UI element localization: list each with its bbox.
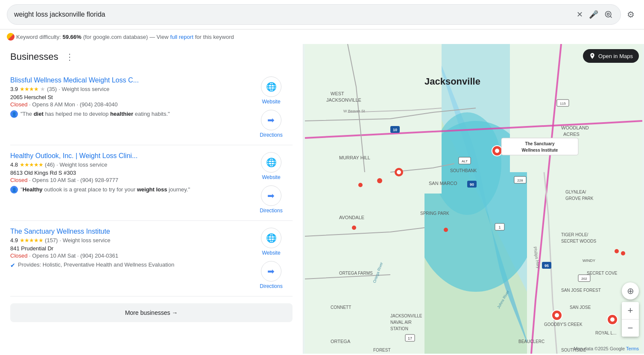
provides-text-3: Provides: Holistic, Preventative Health … bbox=[18, 261, 174, 268]
map-terms-link[interactable]: Terms bbox=[626, 346, 639, 351]
svg-text:228: 228 bbox=[517, 179, 523, 182]
status-closed-3: Closed bbox=[10, 252, 27, 259]
directions-button-1[interactable]: ➡ Directions bbox=[260, 110, 282, 138]
svg-text:WOODLAND: WOODLAND bbox=[561, 125, 589, 130]
directions-icon-1: ➡ bbox=[267, 115, 275, 125]
svg-text:Wellness Institute: Wellness Institute bbox=[522, 148, 558, 153]
website-icon-circle-2: 🌐 bbox=[261, 152, 281, 173]
svg-text:115: 115 bbox=[560, 102, 566, 106]
website-button-1[interactable]: 🌐 Website bbox=[261, 76, 281, 105]
review-count-3: (157) bbox=[45, 237, 58, 244]
directions-label-2: Directions bbox=[260, 208, 282, 214]
svg-text:202: 202 bbox=[581, 277, 587, 281]
svg-text:ORTEGA: ORTEGA bbox=[331, 339, 351, 344]
svg-text:TIGER HOLE/: TIGER HOLE/ bbox=[561, 232, 588, 237]
directions-button-3[interactable]: ➡ Directions bbox=[260, 261, 282, 289]
directions-icon-2: ➡ bbox=[267, 191, 275, 201]
phone-3: (904) 204-0361 bbox=[80, 252, 118, 259]
voice-search-button[interactable]: 🎤 bbox=[588, 9, 599, 20]
map-container[interactable]: WEST JACKSONVILLE W Beaver St Jacksonvil… bbox=[303, 44, 644, 354]
phone-2: (904) 928-9777 bbox=[80, 177, 118, 183]
directions-icon-circle-1: ➡ bbox=[261, 110, 281, 130]
svg-point-74 bbox=[444, 228, 448, 232]
business-address-1: 2065 Herschel St bbox=[10, 94, 245, 100]
svg-text:GOODBY'S CREEK: GOODBY'S CREEK bbox=[544, 322, 583, 327]
status-hours-2: · Opens 10 AM Sat · bbox=[29, 177, 80, 183]
search-input[interactable] bbox=[14, 11, 571, 18]
zoom-in-button[interactable]: + bbox=[622, 302, 639, 319]
business-name-2[interactable]: Healthy Outlook, Inc. | Weight Loss Clin… bbox=[10, 152, 245, 160]
map-svg: WEST JACKSONVILLE W Beaver St Jacksonvil… bbox=[303, 44, 644, 354]
svg-text:FOREST: FOREST bbox=[373, 348, 391, 352]
settings-button[interactable]: ⚙ bbox=[624, 7, 637, 22]
business-info-2: Healthy Outlook, Inc. | Weight Loss Clin… bbox=[10, 152, 245, 194]
svg-text:GLYNLEA/: GLYNLEA/ bbox=[565, 190, 586, 194]
svg-text:WINDY: WINDY bbox=[583, 258, 595, 263]
keyword-link-suffix: for this keyword bbox=[195, 34, 234, 40]
website-icon-1: 🌐 bbox=[266, 82, 277, 92]
provides-row-3: ✔ Provides: Holistic, Preventative Healt… bbox=[10, 261, 245, 269]
svg-point-72 bbox=[358, 183, 363, 187]
status-hours-3: · Opens 10 AM Sat · bbox=[29, 252, 80, 259]
svg-line-2 bbox=[610, 16, 612, 18]
clear-search-button[interactable]: ✕ bbox=[576, 9, 584, 20]
svg-text:SAN JOSE FOREST: SAN JOSE FOREST bbox=[561, 288, 601, 293]
review-avatar-2: 👤 bbox=[10, 186, 18, 194]
svg-text:The Sanctuary: The Sanctuary bbox=[525, 141, 555, 146]
business-info-3: The Sanctuary Wellness Institute 4.9 ★★★… bbox=[10, 228, 245, 269]
svg-text:GROVE PARK: GROVE PARK bbox=[565, 196, 594, 201]
business-rating-3: 4.9 ★★★★★ (157) · Weight loss service bbox=[10, 237, 245, 244]
directions-label-3: Directions bbox=[260, 283, 282, 289]
business-type-2: · Weight loss service bbox=[56, 161, 107, 168]
map-panel: WEST JACKSONVILLE W Beaver St Jacksonvil… bbox=[303, 44, 644, 354]
svg-text:AVONDALE: AVONDALE bbox=[339, 215, 364, 220]
top-bar: ✕ 🎤 ⚙ bbox=[0, 0, 644, 29]
keyword-label: Keyword difficulty: bbox=[16, 34, 61, 40]
open-in-maps-button[interactable]: Open in Maps bbox=[583, 49, 639, 63]
svg-point-73 bbox=[352, 226, 356, 230]
directions-icon-circle-2: ➡ bbox=[261, 185, 281, 206]
more-businesses-button[interactable]: More businesses → bbox=[10, 303, 293, 322]
website-button-3[interactable]: 🌐 Website bbox=[261, 228, 281, 256]
svg-text:SPRING PARK: SPRING PARK bbox=[420, 211, 449, 216]
image-search-button[interactable] bbox=[603, 9, 614, 20]
business-address-2: 8613 Old Kings Rd S #303 bbox=[10, 170, 245, 176]
svg-point-0 bbox=[606, 12, 611, 17]
more-menu-button[interactable]: ⋮ bbox=[63, 51, 76, 63]
svg-text:SECRET COVE: SECRET COVE bbox=[587, 271, 618, 276]
provides-icon-3: ✔ bbox=[10, 262, 15, 269]
business-info-1: Blissful Wellness Medical Weight Loss C.… bbox=[10, 76, 245, 118]
business-name-3[interactable]: The Sanctuary Wellness Institute bbox=[10, 228, 245, 235]
svg-point-65 bbox=[377, 178, 382, 183]
svg-text:SAN JOSE: SAN JOSE bbox=[570, 305, 591, 310]
svg-point-66 bbox=[615, 249, 619, 253]
svg-text:STATION: STATION bbox=[390, 326, 408, 331]
business-status-3: Closed · Opens 10 AM Sat · (904) 204-036… bbox=[10, 252, 245, 259]
business-name-1[interactable]: Blissful Wellness Medical Weight Loss C.… bbox=[10, 76, 245, 84]
action-buttons-3: 🌐 Website ➡ Directions bbox=[250, 228, 293, 289]
keyword-difficulty-value: 59.66% bbox=[63, 34, 82, 40]
action-buttons-1: 🌐 Website ➡ Directions bbox=[250, 76, 293, 138]
svg-text:ORTEGA FARMS: ORTEGA FARMS bbox=[339, 271, 373, 276]
directions-icon-3: ➡ bbox=[267, 266, 275, 276]
zoom-out-button[interactable]: − bbox=[622, 320, 639, 337]
svg-text:SOUTHBANK: SOUTHBANK bbox=[450, 168, 477, 173]
website-icon-2: 🌐 bbox=[266, 157, 277, 167]
directions-button-2[interactable]: ➡ Directions bbox=[260, 185, 282, 214]
website-icon-3: 🌐 bbox=[266, 233, 277, 243]
map-controls: ⊕ + − bbox=[622, 282, 639, 337]
svg-text:1: 1 bbox=[498, 225, 501, 229]
action-buttons-2: 🌐 Website ➡ Directions bbox=[250, 152, 293, 214]
business-rating-1: 3.9 ★★★★★ (35) · Weight loss service bbox=[10, 86, 245, 92]
businesses-title: Businesses bbox=[10, 51, 59, 62]
location-button[interactable]: ⊕ bbox=[622, 282, 639, 299]
website-button-2[interactable]: 🌐 Website bbox=[261, 152, 281, 180]
rating-num-1: 3.9 bbox=[10, 86, 18, 92]
review-text-2: "Healthy outlook is a great place to try… bbox=[20, 186, 190, 194]
keyword-icon bbox=[7, 33, 15, 41]
review-avatar-1: 👤 bbox=[10, 110, 18, 118]
phone-1: (904) 208-4040 bbox=[80, 101, 118, 108]
full-report-link[interactable]: full report bbox=[170, 34, 193, 40]
svg-text:MURRAY HILL: MURRAY HILL bbox=[339, 155, 370, 160]
status-closed-1: Closed bbox=[10, 101, 27, 108]
